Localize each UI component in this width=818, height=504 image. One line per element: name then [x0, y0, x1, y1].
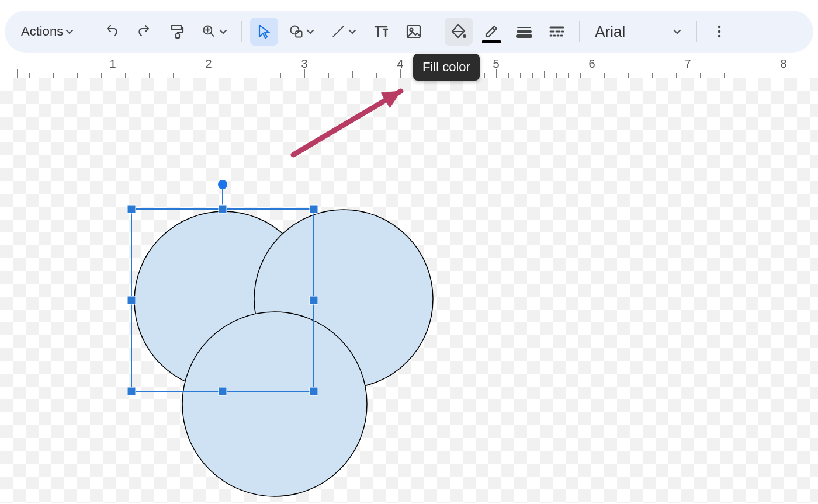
- horizontal-ruler: 12345678: [0, 57, 818, 78]
- ruler-label: 1: [109, 57, 116, 71]
- drawing-canvas[interactable]: [0, 78, 818, 503]
- ruler-label: 7: [684, 57, 691, 71]
- actions-label: Actions: [21, 24, 63, 39]
- toolbar-separator: [579, 21, 580, 42]
- shape-tool-button[interactable]: [283, 18, 320, 46]
- insert-image-button[interactable]: [400, 18, 428, 46]
- caret-down-icon: [348, 27, 356, 36]
- line-weight-icon: [515, 23, 533, 40]
- border-dash-button[interactable]: [543, 18, 571, 46]
- toolbar-separator: [436, 21, 436, 42]
- line-dash-icon: [548, 23, 566, 40]
- redo-icon: [136, 23, 153, 40]
- paint-format-button[interactable]: [163, 18, 191, 46]
- fill-color-button[interactable]: [445, 18, 473, 46]
- undo-icon: [103, 23, 120, 40]
- ruler-label: 4: [397, 57, 403, 71]
- fill-color-tooltip: Fill color: [413, 54, 480, 81]
- paint-bucket-icon: [450, 23, 467, 40]
- caret-down-icon: [65, 27, 74, 36]
- caret-down-icon: [673, 27, 681, 36]
- undo-button[interactable]: [98, 18, 126, 46]
- more-vertical-icon: [710, 23, 728, 40]
- zoom-button[interactable]: [196, 18, 233, 46]
- shapes-icon: [289, 24, 304, 39]
- ruler-label: 8: [780, 57, 786, 71]
- line-tool-button[interactable]: [325, 18, 362, 46]
- toolbar-separator: [241, 21, 242, 42]
- ruler-label: 6: [588, 57, 595, 71]
- svg-line-12: [293, 91, 401, 155]
- svg-rect-0: [172, 25, 181, 30]
- select-tool-button[interactable]: [250, 18, 278, 46]
- toolbar-separator: [696, 21, 697, 42]
- svg-rect-1: [176, 34, 179, 38]
- image-icon: [405, 23, 422, 40]
- annotation-arrow: [0, 78, 818, 503]
- redo-button[interactable]: [130, 18, 158, 46]
- textbox-tool-button[interactable]: [367, 18, 395, 46]
- pencil-icon: [483, 23, 500, 40]
- ruler-label: 2: [205, 57, 212, 71]
- ruler-label: 5: [493, 57, 499, 71]
- line-icon: [331, 24, 346, 39]
- svg-point-10: [718, 35, 721, 38]
- toolbar: Actions: [5, 11, 813, 53]
- border-weight-button[interactable]: [510, 18, 538, 46]
- svg-point-3: [291, 26, 299, 34]
- toolbar-separator: [89, 21, 89, 42]
- more-options-button[interactable]: [705, 18, 733, 46]
- font-family-select[interactable]: Arial: [585, 23, 691, 41]
- text-icon: [372, 23, 390, 40]
- font-family-label: Arial: [595, 23, 625, 41]
- zoom-in-icon: [202, 24, 217, 39]
- border-color-button[interactable]: [477, 18, 505, 46]
- ruler-label: 3: [301, 57, 307, 71]
- svg-point-7: [463, 34, 466, 38]
- caret-down-icon: [306, 27, 314, 36]
- paint-roller-icon: [168, 23, 186, 40]
- svg-point-9: [718, 30, 721, 33]
- tooltip-text: Fill color: [422, 60, 470, 74]
- svg-point-8: [718, 26, 721, 29]
- border-color-swatch: [482, 40, 501, 43]
- caret-down-icon: [219, 27, 227, 36]
- actions-menu[interactable]: Actions: [14, 18, 81, 46]
- cursor-icon: [255, 23, 273, 40]
- svg-point-6: [410, 29, 413, 32]
